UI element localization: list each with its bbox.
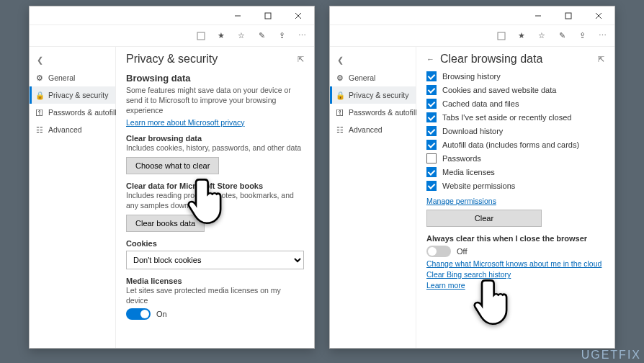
cookies-heading: Cookies — [126, 239, 304, 248]
sliders-icon: ☷ — [336, 125, 344, 134]
back-chevron-icon[interactable]: ❮ — [30, 51, 115, 69]
sidebar-item-passwords[interactable]: ⚿ Passwords & autofill — [30, 104, 115, 121]
checkbox-row[interactable]: Passwords — [426, 153, 604, 163]
checkbox[interactable] — [426, 167, 437, 177]
clear-button[interactable]: Clear — [426, 210, 542, 227]
minimize-button[interactable] — [525, 7, 551, 24]
lock-icon: 🔒 — [336, 91, 344, 99]
checkbox-label: Cookies and saved website data — [442, 86, 556, 94]
sidebar-item-label: Privacy & security — [48, 91, 108, 99]
change-microsoft-link[interactable]: Change what Microsoft knows about me in … — [426, 259, 601, 268]
minimize-button[interactable] — [225, 7, 251, 24]
checkbox-label: Website permissions — [442, 182, 515, 190]
cookies-select[interactable]: Don't block cookies — [126, 251, 304, 269]
always-clear-heading: Always clear this when I close the brows… — [426, 234, 604, 243]
clear-browsing-desc: Includes cookies, history, passwords, an… — [126, 143, 304, 153]
tab-icon[interactable] — [196, 31, 206, 41]
sidebar-item-passwords[interactable]: ⚿ Passwords & autofill — [330, 104, 416, 121]
lock-icon: 🔒 — [35, 91, 44, 99]
checkbox[interactable] — [426, 85, 437, 95]
favorite-star-icon[interactable]: ★ — [216, 31, 226, 41]
edge-settings-window-privacy: ★ ☆ ✎ ⇪ ⋯ ❮ ⚙ General 🔒 Privacy & securi… — [29, 6, 315, 349]
more-icon[interactable]: ⋯ — [597, 31, 607, 41]
browsing-data-desc: Some features might save data on your de… — [126, 85, 304, 116]
edge-settings-window-clear: ★ ☆ ✎ ⇪ ⋯ ❮ ⚙ General 🔒 Privacy & securi… — [329, 6, 615, 349]
tab-icon[interactable] — [496, 31, 506, 41]
svg-rect-4 — [197, 32, 205, 40]
settings-sidebar: ❮ ⚙ General 🔒 Privacy & security ⚿ Passw… — [330, 47, 416, 348]
always-clear-toggle-label: Off — [457, 247, 467, 256]
clear-bing-link[interactable]: Clear Bing search history — [426, 270, 511, 279]
sidebar-item-label: Passwords & autofill — [48, 108, 117, 117]
checkbox-row[interactable]: Media licenses — [426, 167, 604, 177]
watermark: UGETFIX — [581, 349, 641, 362]
checkbox[interactable] — [426, 71, 437, 81]
close-button[interactable] — [586, 7, 612, 24]
media-desc: Let sites save protected media licenses … — [126, 285, 304, 305]
checkbox[interactable] — [426, 126, 437, 136]
sidebar-item-advanced[interactable]: ☷ Advanced — [330, 121, 416, 138]
maximize-button[interactable] — [255, 7, 281, 24]
notes-icon[interactable]: ✎ — [557, 31, 567, 41]
clear-books-heading: Clear data for Microsoft Store books — [126, 182, 304, 190]
svg-rect-1 — [265, 13, 271, 19]
sliders-icon: ☷ — [35, 125, 44, 134]
checkbox[interactable] — [426, 153, 437, 163]
checkbox-label: Autofill data (includes forms and cards) — [442, 140, 579, 149]
always-clear-toggle[interactable] — [426, 246, 451, 257]
checkbox[interactable] — [426, 112, 437, 122]
browser-toolbar: ★ ☆ ✎ ⇪ ⋯ — [330, 25, 614, 47]
clear-books-desc: Includes reading progress, notes, bookma… — [126, 190, 304, 210]
clear-browsing-panel: ← Clear browsing data ⇱ Browsing history… — [416, 47, 614, 348]
back-chevron-icon[interactable]: ❮ — [330, 51, 416, 69]
sidebar-item-general[interactable]: ⚙ General — [330, 69, 416, 86]
favorites-list-icon[interactable]: ☆ — [537, 31, 547, 41]
sidebar-item-general[interactable]: ⚙ General — [30, 69, 115, 86]
maximize-button[interactable] — [555, 7, 581, 24]
checkbox-row[interactable]: Browsing history — [426, 71, 604, 81]
pin-icon[interactable]: ⇱ — [298, 55, 304, 64]
sidebar-item-privacy[interactable]: 🔒 Privacy & security — [30, 86, 115, 104]
titlebar — [30, 6, 314, 25]
checkbox-row[interactable]: Autofill data (includes forms and cards) — [426, 140, 604, 150]
pin-icon[interactable]: ⇱ — [598, 55, 604, 64]
sidebar-item-label: Privacy & security — [349, 91, 408, 99]
learn-privacy-link[interactable]: Learn more about Microsoft privacy — [126, 118, 245, 127]
share-icon[interactable]: ⇪ — [277, 31, 287, 41]
checkbox-label: Media licenses — [442, 168, 495, 176]
sidebar-item-privacy[interactable]: 🔒 Privacy & security — [330, 86, 416, 104]
close-button[interactable] — [285, 7, 311, 24]
sidebar-item-label: Passwords & autofill — [349, 108, 417, 117]
sidebar-item-label: Advanced — [48, 125, 82, 134]
sidebar-item-advanced[interactable]: ☷ Advanced — [30, 121, 115, 138]
browser-toolbar: ★ ☆ ✎ ⇪ ⋯ — [30, 25, 314, 47]
checkbox-label: Browsing history — [442, 72, 501, 81]
checkbox[interactable] — [426, 99, 437, 109]
panel-back-icon[interactable]: ← — [426, 55, 434, 63]
checkbox[interactable] — [426, 181, 437, 191]
gear-icon: ⚙ — [35, 73, 44, 82]
checkbox-label: Download history — [442, 127, 503, 135]
checkbox[interactable] — [426, 140, 437, 150]
clear-books-button[interactable]: Clear books data — [126, 215, 205, 232]
browsing-data-heading: Browsing data — [126, 73, 304, 84]
notes-icon[interactable]: ✎ — [256, 31, 267, 41]
checkbox-row[interactable]: Cookies and saved website data — [426, 85, 604, 95]
clear-data-checkbox-list: Browsing historyCookies and saved websit… — [426, 71, 604, 191]
privacy-panel: Privacy & security ⇱ Browsing data Some … — [116, 47, 314, 348]
more-icon[interactable]: ⋯ — [297, 31, 307, 41]
checkbox-row[interactable]: Website permissions — [426, 181, 604, 191]
checkbox-row[interactable]: Cached data and files — [426, 99, 604, 109]
favorite-star-icon[interactable]: ★ — [516, 31, 527, 41]
media-toggle-label: On — [156, 310, 167, 318]
checkbox-row[interactable]: Download history — [426, 126, 604, 136]
manage-permissions-link[interactable]: Manage permissions — [426, 197, 496, 205]
favorites-list-icon[interactable]: ☆ — [236, 31, 246, 41]
media-toggle[interactable] — [126, 308, 151, 320]
media-heading: Media licenses — [126, 277, 304, 285]
choose-what-to-clear-button[interactable]: Choose what to clear — [126, 157, 219, 174]
checkbox-row[interactable]: Tabs I've set aside or recently closed — [426, 112, 604, 122]
learn-more-link[interactable]: Learn more — [426, 281, 465, 290]
share-icon[interactable]: ⇪ — [577, 31, 587, 41]
sidebar-item-label: General — [349, 73, 375, 82]
